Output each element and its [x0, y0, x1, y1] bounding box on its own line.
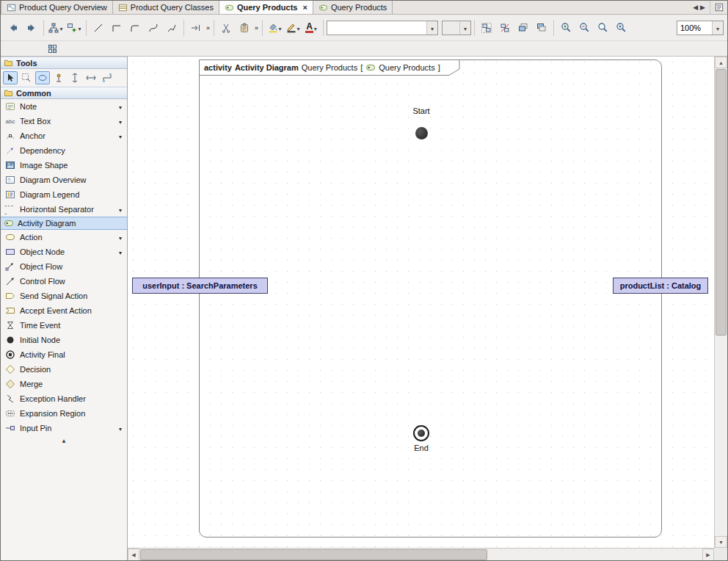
diagram-name-combo[interactable]: [327, 21, 438, 35]
palette-item-decision[interactable]: Decision: [1, 362, 127, 377]
palette-item-diagram-legend[interactable]: Diagram Legend: [1, 187, 127, 202]
secondary-combo[interactable]: [442, 21, 471, 35]
line-oblique-icon[interactable]: [163, 19, 181, 37]
hand-tool-icon[interactable]: [51, 71, 66, 84]
tab-scroll-left-icon[interactable]: ◀: [693, 4, 698, 11]
cut-icon[interactable]: [217, 19, 235, 37]
chevron-down-icon[interactable]: [119, 233, 122, 242]
tab-scroll-right-icon[interactable]: ▶: [700, 4, 705, 11]
tab-query-products-active[interactable]: Query Products ×: [219, 1, 313, 14]
palette-item-note[interactable]: Note: [1, 99, 127, 114]
line-color-icon[interactable]: [284, 19, 302, 37]
palette-item-exception-handler[interactable]: Exception Handler: [1, 391, 127, 406]
palette-item-action[interactable]: Action: [1, 230, 127, 245]
horizontal-scroll-thumb[interactable]: [140, 549, 487, 560]
chevron-down-icon[interactable]: [459, 21, 470, 35]
palette-item-anchor[interactable]: Anchor: [1, 129, 127, 143]
ungroup-icon[interactable]: [496, 19, 514, 37]
chevron-down-icon[interactable]: [59, 23, 62, 32]
layout-icon[interactable]: [47, 19, 65, 37]
chevron-down-icon[interactable]: [712, 21, 723, 35]
chevron-down-icon[interactable]: [119, 424, 122, 432]
line-rectilinear-icon[interactable]: [108, 19, 125, 37]
chevron-down-icon[interactable]: [119, 247, 122, 256]
align-horizontal-tool-icon[interactable]: [84, 71, 98, 84]
scroll-up-icon[interactable]: ▲: [715, 57, 727, 68]
back-icon[interactable]: [4, 19, 22, 37]
palette-item-control-flow[interactable]: Control Flow: [1, 274, 127, 289]
tab-list-icon[interactable]: [715, 3, 724, 12]
initial-node[interactable]: [415, 127, 428, 140]
activity-final-node[interactable]: [413, 425, 429, 441]
chevron-down-icon[interactable]: [119, 131, 122, 140]
bring-to-front-icon[interactable]: [514, 19, 532, 37]
palette-item-image-shape[interactable]: Image Shape: [1, 158, 127, 173]
palette-item-object-flow[interactable]: Object Flow: [1, 259, 127, 274]
palette-item-object-node[interactable]: Object Node: [1, 245, 127, 259]
palette-item-text-box[interactable]: abc Text Box: [1, 114, 127, 129]
palette-item-merge[interactable]: Merge: [1, 377, 127, 391]
chevron-down-icon[interactable]: [426, 21, 437, 35]
vertical-scrollbar[interactable]: ▲ ▼: [714, 57, 727, 548]
pointer-tool-icon[interactable]: [3, 71, 18, 84]
object-node-userinput[interactable]: userInput : SearchParameters: [132, 278, 268, 294]
chevron-down-icon[interactable]: [297, 23, 300, 32]
chevron-down-icon[interactable]: [119, 102, 122, 111]
close-icon[interactable]: ×: [302, 4, 307, 12]
fill-color-icon[interactable]: [266, 19, 283, 37]
zoom-level-combo[interactable]: [677, 21, 724, 35]
connector-tool-icon[interactable]: [100, 71, 114, 84]
activity-frame-title[interactable]: activity Activity Diagram Query Products…: [199, 59, 460, 76]
tab-query-products-2[interactable]: Query Products: [313, 1, 393, 14]
chevron-down-icon[interactable]: [78, 23, 81, 32]
scroll-down-icon[interactable]: ▼: [715, 536, 727, 548]
palette-header-activity-diagram[interactable]: Activity Diagram: [1, 217, 127, 230]
activity-frame[interactable]: activity Activity Diagram Query Products…: [199, 59, 662, 538]
forward-icon[interactable]: [23, 19, 40, 37]
tab-product-query-overview[interactable]: Product Query Overview: [1, 1, 113, 14]
grid-icon[interactable]: [43, 42, 61, 55]
palette-item-diagram-overview[interactable]: Diagram Overview: [1, 173, 127, 187]
align-icon[interactable]: [187, 19, 205, 37]
zoom-fit-icon[interactable]: [612, 19, 630, 37]
paste-icon[interactable]: [236, 19, 253, 37]
zoom-in-icon[interactable]: [557, 19, 575, 37]
align-vertical-tool-icon[interactable]: [68, 71, 82, 84]
secondary-combo-input[interactable]: [443, 23, 459, 32]
palette-item-send-signal-action[interactable]: Send Signal Action: [1, 289, 127, 303]
toolbar-overflow-icon[interactable]: »: [255, 24, 258, 32]
send-to-back-icon[interactable]: [533, 19, 550, 37]
object-node-productlist[interactable]: productList : Catalog: [613, 278, 708, 294]
group-icon[interactable]: [478, 19, 495, 37]
palette-item-initial-node[interactable]: Initial Node: [1, 333, 127, 347]
chevron-down-icon[interactable]: [119, 205, 122, 214]
palette-scroll-up-icon[interactable]: ▲: [1, 435, 127, 446]
scroll-left-icon[interactable]: ◀: [128, 549, 139, 561]
palette-item-input-pin[interactable]: Input Pin: [1, 421, 127, 435]
font-color-icon[interactable]: A: [302, 19, 320, 37]
palette-item-accept-event-action[interactable]: Accept Event Action: [1, 303, 127, 318]
chevron-down-icon[interactable]: [314, 23, 317, 32]
line-straight-icon[interactable]: [90, 19, 107, 37]
palette-item-expansion-region[interactable]: Expansion Region: [1, 406, 127, 421]
palette-item-horizontal-separator[interactable]: ---- Horizontal Separator: [1, 202, 127, 217]
zoom-out-icon[interactable]: [575, 19, 593, 37]
magnet-tool-icon[interactable]: [35, 71, 50, 84]
palette-item-activity-final[interactable]: Activity Final: [1, 347, 127, 362]
zoom-normal-icon[interactable]: [594, 19, 611, 37]
scroll-right-icon[interactable]: ▶: [702, 549, 714, 561]
palette-header-tools[interactable]: Tools: [1, 57, 127, 69]
palette-item-time-event[interactable]: Time Event: [1, 318, 127, 333]
chevron-down-icon[interactable]: [119, 117, 122, 126]
diagram-name-input[interactable]: [327, 23, 426, 32]
add-shape-icon[interactable]: [65, 19, 83, 37]
line-rounded-icon[interactable]: [126, 19, 144, 37]
tab-product-query-classes[interactable]: Product Query Classes: [113, 1, 219, 14]
line-curve-icon[interactable]: [145, 19, 162, 37]
palette-header-common[interactable]: Common: [1, 87, 127, 99]
sweeper-tool-icon[interactable]: [19, 71, 34, 84]
diagram-canvas[interactable]: activity Activity Diagram Query Products…: [128, 57, 714, 548]
horizontal-scrollbar[interactable]: ◀ ▶: [128, 548, 714, 561]
zoom-level-input[interactable]: [677, 23, 712, 32]
toolbar-overflow-icon[interactable]: »: [206, 24, 210, 32]
